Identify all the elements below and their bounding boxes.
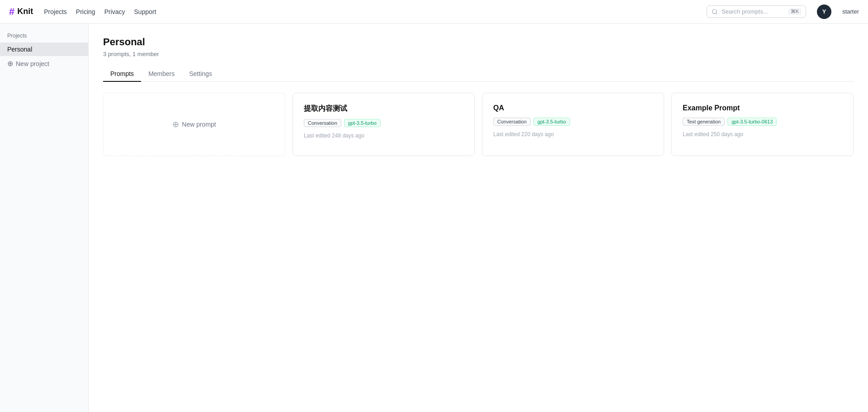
- new-prompt-label: New prompt: [182, 121, 216, 128]
- prompt-card-0[interactable]: 提取内容测试 Conversation gpt-3.5-turbo Last e…: [292, 93, 475, 156]
- card-tags-0: Conversation gpt-3.5-turbo: [304, 119, 463, 127]
- logo-hash-icon: #: [9, 6, 14, 18]
- tabs: Prompts Members Settings: [103, 66, 854, 82]
- card-tag-conversation-1: Conversation: [493, 118, 531, 126]
- sidebar-item-personal-label: Personal: [7, 46, 32, 53]
- layout: Projects Personal ⊕ New project Personal…: [0, 0, 868, 412]
- sidebar-section-label: Projects: [0, 31, 88, 43]
- nav-privacy[interactable]: Privacy: [104, 8, 125, 15]
- new-project-button[interactable]: ⊕ New project: [0, 56, 88, 71]
- nav-links: Projects Pricing Privacy Support: [44, 8, 156, 15]
- search-bar[interactable]: Search prompts... ⌘K: [707, 5, 806, 18]
- tab-members[interactable]: Members: [141, 66, 182, 82]
- app-name: Knit: [17, 7, 33, 16]
- search-placeholder: Search prompts...: [722, 8, 768, 15]
- nav-projects[interactable]: Projects: [44, 8, 67, 15]
- card-title-2: Example Prompt: [683, 104, 842, 112]
- prompt-card-2[interactable]: Example Prompt Text generation gpt-3.5-t…: [671, 93, 854, 156]
- prompt-card-1[interactable]: QA Conversation gpt-3.5-turbo Last edite…: [482, 93, 664, 156]
- card-tags-2: Text generation gpt-3.5-turbo-0613: [683, 118, 842, 126]
- logo[interactable]: # Knit: [9, 6, 33, 18]
- card-last-edited-0: Last edited 248 days ago: [304, 133, 463, 139]
- card-title-0: 提取内容测试: [304, 104, 463, 114]
- nav-support[interactable]: Support: [134, 8, 156, 15]
- search-kbd-text: ⌘K: [791, 9, 799, 14]
- svg-point-0: [712, 9, 717, 13]
- card-tags-1: Conversation gpt-3.5-turbo: [493, 118, 653, 126]
- page-title: Personal: [103, 36, 854, 48]
- sidebar-item-personal[interactable]: Personal: [0, 43, 88, 56]
- new-project-label: New project: [16, 60, 49, 67]
- topnav: # Knit Projects Pricing Privacy Support …: [0, 0, 868, 24]
- search-kbd: ⌘K: [788, 8, 801, 15]
- nav-pricing[interactable]: Pricing: [76, 8, 95, 15]
- sidebar: Projects Personal ⊕ New project: [0, 24, 89, 412]
- card-tag-conversation-0: Conversation: [304, 119, 341, 127]
- card-last-edited-1: Last edited 220 days ago: [493, 131, 653, 137]
- cards-grid: ⊕ New prompt 提取内容测试 Conversation gpt-3.5…: [103, 93, 854, 156]
- card-title-1: QA: [493, 104, 653, 112]
- plus-circle-icon: ⊕: [7, 59, 13, 68]
- card-last-edited-2: Last edited 250 days ago: [683, 131, 842, 137]
- main-content: Personal 3 prompts, 1 member Prompts Mem…: [89, 24, 868, 412]
- tab-settings[interactable]: Settings: [182, 66, 219, 82]
- plan-badge: starter: [842, 8, 859, 15]
- page-subtitle: 3 prompts, 1 member: [103, 51, 854, 57]
- card-tag-textgen-2: Text generation: [683, 118, 725, 126]
- tab-prompts[interactable]: Prompts: [103, 66, 141, 82]
- card-tag-model-2: gpt-3.5-turbo-0613: [727, 118, 777, 126]
- search-icon: [712, 9, 718, 15]
- card-tag-model-1: gpt-3.5-turbo: [533, 118, 570, 126]
- svg-line-1: [716, 13, 717, 14]
- new-prompt-card[interactable]: ⊕ New prompt: [103, 93, 285, 156]
- avatar-initial: Y: [822, 8, 826, 15]
- avatar[interactable]: Y: [817, 5, 831, 19]
- card-tag-model-0: gpt-3.5-turbo: [344, 119, 381, 127]
- new-prompt-plus-icon: ⊕: [172, 119, 179, 129]
